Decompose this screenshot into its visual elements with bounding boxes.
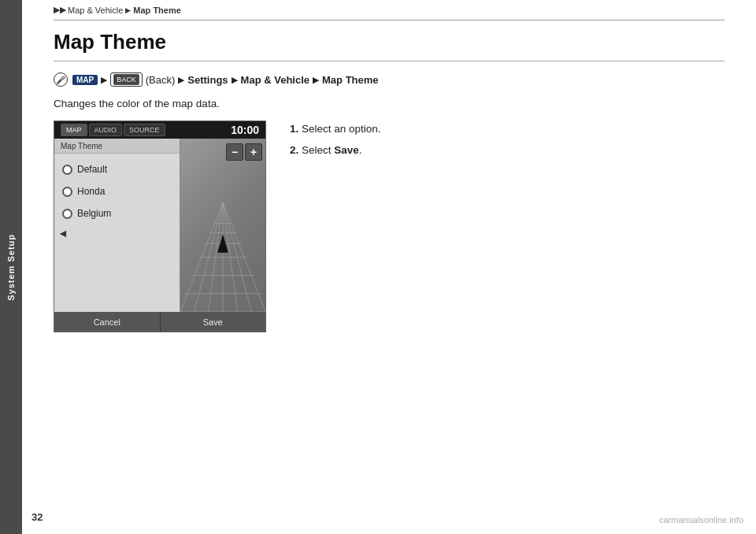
breadcrumb-arrow1: ▶ — [125, 6, 131, 14]
screen-left-panel: Map Theme ◄ Default Honda — [54, 139, 180, 312]
option-default[interactable]: Default — [54, 158, 180, 180]
step1-num: 1. — [290, 123, 298, 135]
step2-bold: Save — [334, 144, 359, 156]
map-vehicle-label: Map & Vehicle — [241, 74, 309, 86]
breadcrumb: ▶▶ Map & Vehicle ▶ Map Theme — [54, 0, 724, 20]
content-row: MAP AUDIO SOURCE 10:00 Map Theme ◄ Defau… — [54, 121, 724, 332]
radio-belgium — [62, 209, 72, 219]
nav-arrow2: ▶ — [178, 76, 184, 84]
step2-action: Select — [302, 144, 334, 156]
settings-label: Settings — [187, 74, 228, 86]
map-grid-svg — [180, 139, 265, 312]
main-content: ▶▶ Map & Vehicle ▶ Map Theme Map Theme 🎤… — [22, 0, 756, 534]
tab-map[interactable]: MAP — [61, 124, 87, 136]
screen-tabs: MAP AUDIO SOURCE — [61, 124, 165, 136]
screen-mockup: MAP AUDIO SOURCE 10:00 Map Theme ◄ Defau… — [54, 121, 266, 332]
breadcrumb-segment1: Map & Vehicle — [68, 6, 123, 15]
option-belgium-label: Belgium — [77, 208, 111, 219]
instructions: 1. Select an option. 2. Select Save. — [290, 121, 381, 163]
zoom-out-button[interactable]: − — [226, 143, 243, 161]
step-2: 2. Select Save. — [290, 142, 381, 160]
option-belgium[interactable]: Belgium — [54, 202, 180, 224]
page-number: 32 — [32, 511, 43, 523]
map-theme-label: Map Theme — [322, 74, 379, 86]
description: Changes the color of the map data. — [54, 98, 724, 109]
save-button[interactable]: Save — [161, 313, 266, 332]
mic-icon: 🎤 — [54, 72, 68, 87]
back-icon-box: BACK — [113, 74, 139, 85]
radio-default — [62, 165, 72, 175]
breadcrumb-segment2: Map Theme — [133, 6, 181, 15]
map-controls: − + — [226, 143, 262, 161]
map-visual: − + — [180, 139, 265, 312]
step-1: 1. Select an option. — [290, 121, 381, 139]
screen-time: 10:00 — [231, 124, 259, 136]
zoom-in-button[interactable]: + — [245, 143, 262, 161]
panel-title: Map Theme — [54, 139, 180, 154]
sidebar-label: System Setup — [6, 234, 16, 301]
panel-options: ◄ Default Honda Belgium — [54, 154, 180, 312]
nav-arrow3: ▶ — [232, 76, 238, 84]
breadcrumb-prefix: ▶▶ — [54, 5, 66, 15]
page-title: Map Theme — [54, 30, 724, 61]
option-default-label: Default — [77, 164, 107, 175]
step1-text: Select an option. — [302, 123, 381, 135]
option-honda-label: Honda — [77, 186, 105, 197]
nav-arrow4: ▶ — [313, 76, 319, 84]
watermark: carmanualsonline.info — [659, 515, 743, 525]
option-honda[interactable]: Honda — [54, 180, 180, 202]
nav-instruction: 🎤 MAP ▶ BACK (Back) ▶ Settings ▶ Map & V… — [54, 72, 724, 87]
radio-honda — [62, 187, 72, 197]
screen-top-bar: MAP AUDIO SOURCE 10:00 — [54, 121, 265, 139]
nav-arrow1: ▶ — [101, 76, 107, 84]
sidebar: System Setup — [0, 0, 22, 534]
tab-audio[interactable]: AUDIO — [89, 124, 123, 136]
screen-body: Map Theme ◄ Default Honda — [54, 139, 265, 312]
step2-end: . — [359, 144, 362, 156]
map-badge: MAP — [72, 75, 98, 85]
scroll-arrow-icon: ◄ — [57, 227, 69, 239]
step2-num: 2. — [290, 144, 298, 156]
cancel-button[interactable]: Cancel — [54, 313, 161, 332]
back-badge: BACK — [110, 72, 143, 87]
tab-source[interactable]: SOURCE — [124, 124, 165, 136]
screen-footer: Cancel Save — [54, 312, 265, 332]
back-label: (Back) — [146, 74, 176, 86]
screen-right-panel: − + — [180, 139, 265, 312]
